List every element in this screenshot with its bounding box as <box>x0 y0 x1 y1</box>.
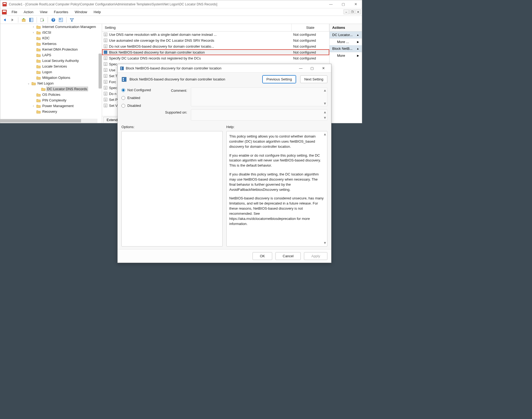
tree-expander-icon[interactable]: › <box>32 25 35 28</box>
setting-row-label: Use automated site coverage by the DC Lo… <box>109 38 292 43</box>
actions-group-dc-locator[interactable]: DC Locator...▲ <box>330 31 362 38</box>
help-button[interactable]: ? <box>50 17 57 23</box>
window-maximize-button[interactable]: ▢ <box>337 0 349 8</box>
tree-horizontal-scrollbar[interactable] <box>0 119 97 123</box>
tree-item[interactable]: Local Security Authority <box>0 58 102 64</box>
actions-group-block-netb[interactable]: Block NetB...▲ <box>330 45 362 52</box>
column-setting[interactable]: Setting <box>102 24 292 31</box>
cancel-button[interactable]: Cancel <box>275 252 301 260</box>
menu-favorites[interactable]: Favorites <box>51 9 71 15</box>
scroll-down-icon: ▼ <box>323 101 327 105</box>
supported-scrollbar[interactable]: ▲▼ <box>323 110 327 120</box>
folder-icon <box>36 25 41 29</box>
tree-item-label: Mitigation Options <box>42 76 71 80</box>
actions-group-block-netb-label: Block NetB... <box>332 47 352 51</box>
radio-disabled[interactable]: Disabled <box>121 104 156 108</box>
scroll-up-icon: ▲ <box>323 110 327 114</box>
menu-action[interactable]: Action <box>20 9 37 15</box>
setting-row[interactable]: Use automated site coverage by the DC Lo… <box>102 37 329 43</box>
properties-button[interactable] <box>58 17 64 23</box>
dialog-minimize-button[interactable]: — <box>295 64 306 72</box>
tree-expander-icon[interactable]: › <box>32 104 35 107</box>
up-button[interactable] <box>20 17 27 23</box>
help-paragraph-1: This policy setting allows you to contro… <box>229 134 325 149</box>
setting-item-icon <box>102 62 109 66</box>
tree-expander-icon[interactable]: › <box>32 31 35 34</box>
help-scrollbar[interactable]: ▲▼ <box>323 131 327 246</box>
filter-button[interactable] <box>69 17 75 23</box>
column-state[interactable]: State <box>292 24 329 31</box>
comment-textbox[interactable]: ▲▼ <box>191 87 327 106</box>
tree-item-label: LAPS <box>42 53 52 57</box>
radio-enabled[interactable]: Enabled <box>121 96 156 100</box>
tree-item[interactable]: KDC <box>0 35 102 41</box>
radio-not-configured[interactable]: Not Configured <box>121 88 156 92</box>
tree-item[interactable]: ⌄Net Logon <box>0 80 102 86</box>
apply-button[interactable]: Apply <box>304 252 327 260</box>
setting-item-icon <box>102 50 109 54</box>
tree-item[interactable]: DC Locator DNS Records <box>0 86 102 92</box>
radio-disabled-label: Disabled <box>127 104 141 108</box>
menu-file[interactable]: File <box>8 9 20 15</box>
comment-scrollbar[interactable]: ▲▼ <box>323 88 327 106</box>
actions-group-dc-locator-label: DC Locator... <box>332 33 353 37</box>
mdi-restore-button[interactable]: ❐ <box>349 9 355 14</box>
dialog-close-button[interactable]: ✕ <box>318 64 329 72</box>
window-close-button[interactable]: ✕ <box>349 0 362 8</box>
setting-row[interactable]: Block NetBIOS-based discovery for domain… <box>102 49 329 55</box>
mdi-minimize-button[interactable]: – <box>344 9 349 14</box>
tree-item[interactable]: Logon <box>0 69 102 75</box>
previous-setting-button[interactable]: Previous Setting <box>262 75 296 83</box>
show-hide-tree-button[interactable] <box>28 17 34 23</box>
svg-marker-7 <box>23 18 25 19</box>
setting-row[interactable]: Do not use NetBIOS-based discovery for d… <box>102 43 329 49</box>
radio-not-configured-input[interactable] <box>121 88 125 92</box>
tree-horizontal-scrollbar-thumb[interactable] <box>0 119 81 122</box>
column-headers: Setting State <box>102 24 329 31</box>
mmc-small-icon <box>2 10 7 15</box>
tree-item[interactable]: OS Policies <box>0 92 102 97</box>
tree-item[interactable]: Locale Services <box>0 64 102 69</box>
tree-item[interactable]: LAPS <box>0 52 102 58</box>
tree-item[interactable]: Mitigation Options <box>0 75 102 80</box>
forward-button[interactable] <box>9 17 16 23</box>
tree-item[interactable]: ›Internet Communication Managem <box>0 24 102 30</box>
tree-item[interactable]: Kernel DMA Protection <box>0 47 102 52</box>
dialog-maximize-button[interactable]: ▢ <box>306 64 318 72</box>
setting-item-icon <box>102 68 109 72</box>
menu-view[interactable]: View <box>37 9 51 15</box>
ok-button[interactable]: OK <box>253 252 272 260</box>
window-minimize-button[interactable]: — <box>325 0 337 8</box>
actions-more-2[interactable]: More▶ <box>330 52 362 59</box>
tree-expander-icon[interactable]: ⌄ <box>27 82 30 85</box>
setting-item-icon <box>102 38 109 43</box>
tree-item-label: Locale Services <box>42 64 68 68</box>
toolbar: ? <box>0 16 362 24</box>
dialog-title: Block NetBIOS-based discovery for domain… <box>126 66 295 70</box>
mdi-close-button[interactable]: ✕ <box>355 9 361 14</box>
actions-more-1[interactable]: More ...▶ <box>330 38 362 45</box>
next-setting-button[interactable]: Next Setting <box>300 75 327 83</box>
back-button[interactable] <box>2 17 8 23</box>
scroll-up-icon: ▲ <box>323 88 327 92</box>
tree-item[interactable]: Kerberos <box>0 41 102 47</box>
tree-item[interactable]: ›Power Management <box>0 103 102 109</box>
svg-marker-5 <box>12 19 13 21</box>
setting-row-label: Specify DC Locator DNS records not regis… <box>109 56 292 60</box>
setting-row[interactable]: Use DNS name resolution with a single-la… <box>102 31 329 37</box>
folder-icon <box>36 104 41 108</box>
tree-item[interactable]: PIN Complexity <box>0 97 102 103</box>
menu-help[interactable]: Help <box>90 9 104 15</box>
policy-big-icon <box>121 77 127 82</box>
setting-row[interactable]: Specify DC Locator DNS records not regis… <box>102 55 329 61</box>
svg-rect-6 <box>22 19 25 22</box>
export-list-button[interactable] <box>39 17 46 23</box>
folder-icon <box>36 93 41 97</box>
menu-window[interactable]: Window <box>72 9 90 15</box>
radio-enabled-input[interactable] <box>121 96 125 100</box>
radio-disabled-input[interactable] <box>121 104 125 108</box>
tree-item[interactable]: Recovery <box>0 109 102 114</box>
tree-item[interactable]: ›iSCSI <box>0 30 102 35</box>
window-titlebar: Console1 - [Console Root\Local Computer … <box>0 0 362 8</box>
tree-vertical-scrollbar-thumb[interactable] <box>99 54 102 89</box>
